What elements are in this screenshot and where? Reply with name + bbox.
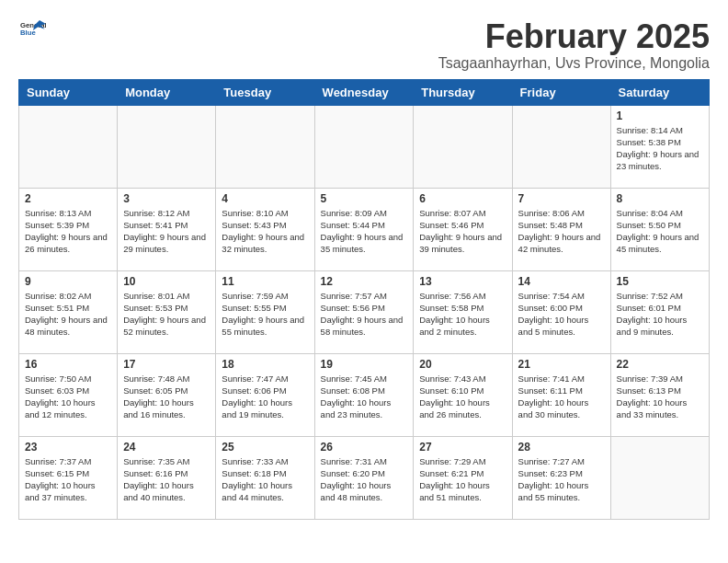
title-area: February 2025 Tsagaanhayrhan, Uvs Provin… xyxy=(438,18,710,72)
calendar-week-row: 2Sunrise: 8:13 AM Sunset: 5:39 PM Daylig… xyxy=(19,188,710,270)
day-number: 14 xyxy=(518,275,605,288)
calendar-cell: 19Sunrise: 7:45 AM Sunset: 6:08 PM Dayli… xyxy=(314,353,414,436)
day-number: 19 xyxy=(321,358,408,371)
page-header: General Blue February 2025 Tsagaanhayrha… xyxy=(18,18,710,72)
day-number: 7 xyxy=(518,192,605,205)
calendar-cell: 20Sunrise: 7:43 AM Sunset: 6:10 PM Dayli… xyxy=(414,353,512,436)
column-header-saturday: Saturday xyxy=(610,79,709,105)
calendar-cell: 26Sunrise: 7:31 AM Sunset: 6:20 PM Dayli… xyxy=(314,436,414,519)
calendar-cell xyxy=(512,105,610,188)
calendar-cell xyxy=(414,105,512,188)
day-number: 23 xyxy=(25,441,111,454)
day-number: 8 xyxy=(617,192,703,205)
day-number: 3 xyxy=(123,192,210,205)
day-number: 26 xyxy=(321,441,408,454)
calendar-cell: 27Sunrise: 7:29 AM Sunset: 6:21 PM Dayli… xyxy=(414,436,512,519)
day-info: Sunrise: 7:52 AM Sunset: 6:01 PM Dayligh… xyxy=(617,290,703,339)
day-info: Sunrise: 7:33 AM Sunset: 6:18 PM Dayligh… xyxy=(222,455,308,504)
calendar-cell: 3Sunrise: 8:12 AM Sunset: 5:41 PM Daylig… xyxy=(118,188,216,270)
day-info: Sunrise: 8:10 AM Sunset: 5:43 PM Dayligh… xyxy=(222,207,308,256)
day-info: Sunrise: 7:31 AM Sunset: 6:20 PM Dayligh… xyxy=(321,455,408,504)
day-number: 2 xyxy=(25,192,111,205)
day-info: Sunrise: 7:41 AM Sunset: 6:11 PM Dayligh… xyxy=(518,373,605,421)
column-header-monday: Monday xyxy=(118,79,216,105)
calendar-cell: 7Sunrise: 8:06 AM Sunset: 5:48 PM Daylig… xyxy=(512,188,610,270)
column-header-tuesday: Tuesday xyxy=(216,79,314,105)
day-number: 28 xyxy=(518,441,605,454)
day-number: 1 xyxy=(617,109,703,122)
calendar-cell: 17Sunrise: 7:48 AM Sunset: 6:05 PM Dayli… xyxy=(118,353,216,436)
calendar-cell: 24Sunrise: 7:35 AM Sunset: 6:16 PM Dayli… xyxy=(118,436,216,519)
day-number: 24 xyxy=(123,441,210,454)
day-info: Sunrise: 8:06 AM Sunset: 5:48 PM Dayligh… xyxy=(518,207,605,256)
calendar-week-row: 9Sunrise: 8:02 AM Sunset: 5:51 PM Daylig… xyxy=(19,270,710,353)
day-info: Sunrise: 7:59 AM Sunset: 5:55 PM Dayligh… xyxy=(222,290,308,339)
day-info: Sunrise: 7:39 AM Sunset: 6:13 PM Dayligh… xyxy=(617,373,703,421)
day-number: 16 xyxy=(25,358,111,371)
column-header-friday: Friday xyxy=(512,79,610,105)
day-info: Sunrise: 8:13 AM Sunset: 5:39 PM Dayligh… xyxy=(25,207,111,256)
calendar-cell: 22Sunrise: 7:39 AM Sunset: 6:13 PM Dayli… xyxy=(610,353,709,436)
day-number: 10 xyxy=(123,275,210,288)
day-number: 21 xyxy=(518,358,605,371)
day-info: Sunrise: 8:07 AM Sunset: 5:46 PM Dayligh… xyxy=(419,207,506,256)
day-info: Sunrise: 8:01 AM Sunset: 5:53 PM Dayligh… xyxy=(123,290,210,339)
day-info: Sunrise: 8:14 AM Sunset: 5:38 PM Dayligh… xyxy=(617,124,703,173)
day-number: 6 xyxy=(419,192,506,205)
calendar-cell: 25Sunrise: 7:33 AM Sunset: 6:18 PM Dayli… xyxy=(216,436,314,519)
day-info: Sunrise: 8:12 AM Sunset: 5:41 PM Dayligh… xyxy=(123,207,210,256)
calendar-cell: 11Sunrise: 7:59 AM Sunset: 5:55 PM Dayli… xyxy=(216,270,314,353)
calendar-cell: 12Sunrise: 7:57 AM Sunset: 5:56 PM Dayli… xyxy=(314,270,414,353)
month-title: February 2025 xyxy=(438,18,710,55)
logo: General Blue xyxy=(18,18,46,39)
day-info: Sunrise: 7:54 AM Sunset: 6:00 PM Dayligh… xyxy=(518,290,605,339)
day-info: Sunrise: 7:47 AM Sunset: 6:06 PM Dayligh… xyxy=(222,373,308,421)
calendar-cell: 13Sunrise: 7:56 AM Sunset: 5:58 PM Dayli… xyxy=(414,270,512,353)
day-info: Sunrise: 7:56 AM Sunset: 5:58 PM Dayligh… xyxy=(419,290,506,339)
day-number: 17 xyxy=(123,358,210,371)
calendar-cell: 15Sunrise: 7:52 AM Sunset: 6:01 PM Dayli… xyxy=(610,270,709,353)
calendar-table: SundayMondayTuesdayWednesdayThursdayFrid… xyxy=(18,79,710,520)
column-header-thursday: Thursday xyxy=(414,79,512,105)
day-info: Sunrise: 7:29 AM Sunset: 6:21 PM Dayligh… xyxy=(419,455,506,504)
calendar-cell: 21Sunrise: 7:41 AM Sunset: 6:11 PM Dayli… xyxy=(512,353,610,436)
day-number: 11 xyxy=(222,275,308,288)
calendar-cell: 8Sunrise: 8:04 AM Sunset: 5:50 PM Daylig… xyxy=(610,188,709,270)
calendar-cell: 10Sunrise: 8:01 AM Sunset: 5:53 PM Dayli… xyxy=(118,270,216,353)
day-info: Sunrise: 7:37 AM Sunset: 6:15 PM Dayligh… xyxy=(25,455,111,504)
day-number: 27 xyxy=(419,441,506,454)
calendar-cell: 5Sunrise: 8:09 AM Sunset: 5:44 PM Daylig… xyxy=(314,188,414,270)
day-number: 20 xyxy=(419,358,506,371)
day-info: Sunrise: 7:48 AM Sunset: 6:05 PM Dayligh… xyxy=(123,373,210,421)
calendar-cell: 23Sunrise: 7:37 AM Sunset: 6:15 PM Dayli… xyxy=(19,436,118,519)
day-info: Sunrise: 8:04 AM Sunset: 5:50 PM Dayligh… xyxy=(617,207,703,256)
calendar-week-row: 1Sunrise: 8:14 AM Sunset: 5:38 PM Daylig… xyxy=(19,105,710,188)
day-info: Sunrise: 7:27 AM Sunset: 6:23 PM Dayligh… xyxy=(518,455,605,504)
calendar-cell: 2Sunrise: 8:13 AM Sunset: 5:39 PM Daylig… xyxy=(19,188,118,270)
day-info: Sunrise: 7:43 AM Sunset: 6:10 PM Dayligh… xyxy=(419,373,506,421)
day-number: 13 xyxy=(419,275,506,288)
day-info: Sunrise: 7:45 AM Sunset: 6:08 PM Dayligh… xyxy=(321,373,408,421)
calendar-cell xyxy=(610,436,709,519)
calendar-cell: 28Sunrise: 7:27 AM Sunset: 6:23 PM Dayli… xyxy=(512,436,610,519)
calendar-cell: 9Sunrise: 8:02 AM Sunset: 5:51 PM Daylig… xyxy=(19,270,118,353)
calendar-week-row: 23Sunrise: 7:37 AM Sunset: 6:15 PM Dayli… xyxy=(19,436,710,519)
day-info: Sunrise: 7:57 AM Sunset: 5:56 PM Dayligh… xyxy=(321,290,408,339)
day-number: 9 xyxy=(25,275,111,288)
calendar-cell xyxy=(19,105,118,188)
calendar-cell: 1Sunrise: 8:14 AM Sunset: 5:38 PM Daylig… xyxy=(610,105,709,188)
calendar-cell: 18Sunrise: 7:47 AM Sunset: 6:06 PM Dayli… xyxy=(216,353,314,436)
location: Tsagaanhayrhan, Uvs Province, Mongolia xyxy=(438,55,710,72)
day-info: Sunrise: 7:35 AM Sunset: 6:16 PM Dayligh… xyxy=(123,455,210,504)
calendar-week-row: 16Sunrise: 7:50 AM Sunset: 6:03 PM Dayli… xyxy=(19,353,710,436)
calendar-cell xyxy=(118,105,216,188)
calendar-cell: 4Sunrise: 8:10 AM Sunset: 5:43 PM Daylig… xyxy=(216,188,314,270)
calendar-cell: 16Sunrise: 7:50 AM Sunset: 6:03 PM Dayli… xyxy=(19,353,118,436)
calendar-cell xyxy=(314,105,414,188)
day-number: 12 xyxy=(321,275,408,288)
day-number: 5 xyxy=(321,192,408,205)
logo-icon: General Blue xyxy=(20,18,46,39)
calendar-cell xyxy=(216,105,314,188)
day-info: Sunrise: 7:50 AM Sunset: 6:03 PM Dayligh… xyxy=(25,373,111,421)
day-number: 25 xyxy=(222,441,308,454)
